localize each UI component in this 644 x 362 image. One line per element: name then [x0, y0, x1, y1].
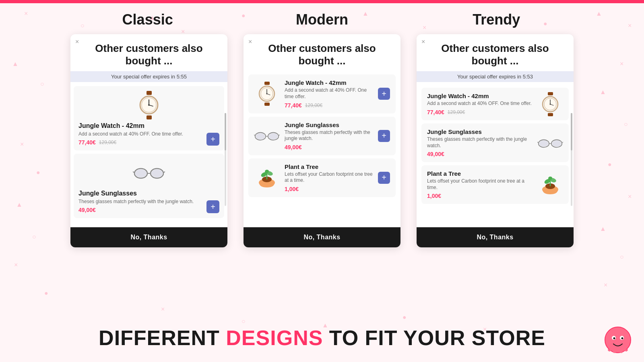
plant-icon-modern [254, 167, 280, 189]
bottom-text-part3: TO FIT YOUR STORE [323, 326, 545, 350]
sunglasses-icon-trendy [537, 132, 563, 154]
bottom-banner: DIFFERENT DESIGNS TO FIT YOUR STORE [0, 326, 644, 350]
bottom-text: DIFFERENT DESIGNS TO FIT YOUR STORE [0, 326, 644, 350]
main-content: Classic Modern Trendy × Other customers … [0, 3, 644, 362]
classic-sunglasses-price-new: 49,00€ [78, 207, 96, 213]
modern-item-sunglasses: Jungle Sunglasses Theses glasses match p… [248, 117, 396, 155]
add-sunglasses-classic-button[interactable]: + [206, 200, 219, 213]
trendy-item-plant: Plant a Tree Lets offset your Carbon foo… [421, 165, 569, 204]
svg-line-27 [279, 135, 280, 136]
widget-classic-title: Other customers also bought ... [78, 42, 219, 67]
svg-rect-0 [147, 91, 152, 95]
svg-line-46 [537, 142, 539, 143]
modern-plant-desc: Lets offset your Carbon footprint one tr… [285, 171, 373, 184]
add-watch-modern-button[interactable]: + [378, 88, 390, 100]
scrollbar-thumb-classic [225, 113, 226, 150]
classic-watch-price-new: 77,40€ [78, 139, 96, 146]
close-icon-trendy[interactable]: × [421, 38, 425, 45]
svg-rect-14 [264, 82, 270, 85]
plant-icon-trendy [537, 173, 563, 196]
trendy-watch-price-new: 77,40€ [427, 109, 444, 115]
widget-modern-title: Other customers also bought ... [252, 42, 392, 67]
watch-icon-classic [133, 91, 165, 119]
widget-trendy: × Other customers also bought ... Your s… [417, 34, 574, 247]
trendy-sunglasses-prices: 49,00€ [427, 151, 533, 157]
scrollbar-thumb-trendy [571, 113, 572, 150]
trendy-plant-prices: 1,00€ [427, 193, 533, 199]
trendy-plant-price-new: 1,00€ [427, 193, 441, 199]
trendy-item-watch: Jungle Watch - 42mm Add a second watch a… [421, 88, 569, 120]
close-icon-classic[interactable]: × [75, 38, 79, 45]
widget-trendy-header: Other customers also bought ... [417, 34, 574, 71]
add-sunglasses-modern-button[interactable]: + [378, 130, 390, 142]
widget-classic-footer: No, Thanks [70, 227, 227, 247]
svg-point-23 [256, 134, 265, 140]
top-bar [0, 0, 644, 3]
sunglasses-icon-modern [254, 125, 280, 147]
mascot [604, 326, 632, 354]
classic-sunglasses-desc: Theses glasses match perfectly with the … [78, 199, 194, 204]
no-thanks-classic-button[interactable]: No, Thanks [70, 227, 227, 247]
svg-point-24 [269, 134, 278, 140]
classic-watch-name: Jungle Watch - 42mm [78, 122, 144, 130]
col-title-classic: Classic [67, 11, 228, 28]
scrollbar-classic[interactable] [225, 113, 226, 206]
modern-item-plant: Plant a Tree Lets offset your Carbon foo… [248, 158, 396, 197]
col-title-modern: Modern [242, 11, 402, 28]
classic-watch-price-old: 129,00€ [99, 140, 116, 145]
sunglasses-icon-classic [133, 158, 165, 187]
add-watch-classic-button[interactable]: + [206, 133, 219, 146]
classic-watch-desc: Add a second watch at 40% OFF. One time … [78, 131, 183, 137]
svg-point-40 [549, 103, 551, 105]
modern-sunglasses-desc: Theses glasses match perfectly with the … [285, 130, 373, 142]
svg-rect-15 [264, 103, 270, 106]
no-thanks-trendy-button[interactable]: No, Thanks [417, 227, 574, 247]
svg-line-26 [254, 135, 255, 136]
no-thanks-modern-button[interactable]: No, Thanks [244, 227, 400, 247]
modern-watch-price-new: 77,40€ [285, 102, 302, 109]
trendy-sunglasses-info: Jungle Sunglasses Theses glasses match p… [427, 128, 533, 157]
trendy-item-sunglasses: Jungle Sunglasses Theses glasses match p… [421, 123, 569, 162]
modern-plant-info: Plant a Tree Lets offset your Carbon foo… [285, 163, 373, 192]
trendy-sunglasses-price-new: 49,00€ [427, 151, 444, 157]
widget-modern-footer: No, Thanks [244, 227, 400, 247]
widget-trendy-title: Other customers also bought ... [425, 42, 566, 67]
modern-watch-desc: Add a second watch at 40% OFF. One time … [285, 87, 373, 100]
watch-icon-modern [254, 82, 280, 105]
classic-item-watch: Jungle Watch - 42mm Add a second watch a… [74, 86, 224, 150]
svg-line-47 [562, 142, 563, 143]
widget-modern-items: Jungle Watch - 42mm Add a second watch a… [244, 71, 400, 227]
svg-point-58 [621, 337, 623, 339]
svg-point-57 [613, 337, 615, 339]
widget-classic-items: Jungle Watch - 42mm Add a second watch a… [70, 84, 227, 227]
trendy-watch-info: Jungle Watch - 42mm Add a second watch a… [427, 93, 533, 115]
modern-sunglasses-price-new: 49,00€ [285, 144, 302, 150]
modern-watch-name: Jungle Watch - 42mm [285, 79, 373, 86]
classic-item-sunglasses: Jungle Sunglasses Theses glasses match p… [74, 154, 224, 218]
svg-point-6 [148, 104, 150, 106]
scrollbar-trendy[interactable] [571, 113, 572, 206]
close-icon-modern[interactable]: × [248, 38, 252, 45]
svg-rect-1 [147, 115, 152, 119]
widget-classic: × Other customers also bought ... Your s… [70, 34, 227, 247]
classic-watch-prices: 77,40€ 129,00€ [78, 139, 116, 146]
watch-icon-trendy [537, 93, 563, 115]
widget-modern-header: Other customers also bought ... [244, 34, 400, 71]
trendy-plant-name: Plant a Tree [427, 170, 533, 177]
bottom-text-part2: DESIGNS [226, 326, 323, 350]
bottom-text-part1: DIFFERENT [99, 326, 226, 350]
modern-plant-prices: 1,00€ [285, 186, 373, 192]
add-plant-modern-button[interactable]: + [378, 172, 390, 184]
modern-item-watch: Jungle Watch - 42mm Add a second watch a… [248, 74, 396, 113]
trendy-plant-info: Plant a Tree Lets offset your Carbon foo… [427, 170, 533, 199]
modern-sunglasses-info: Jungle Sunglasses Theses glasses match p… [285, 121, 373, 150]
modern-sunglasses-prices: 49,00€ [285, 144, 373, 150]
modern-watch-price-old: 129,00€ [305, 103, 322, 108]
svg-point-43 [539, 140, 549, 146]
svg-rect-34 [548, 92, 553, 95]
modern-watch-prices: 77,40€ 129,00€ [285, 102, 373, 109]
svg-point-44 [552, 140, 561, 146]
svg-point-54 [605, 327, 631, 353]
widget-classic-offer: Your special offer expires in 5:55 [70, 71, 227, 82]
widget-trendy-footer: No, Thanks [417, 227, 574, 247]
